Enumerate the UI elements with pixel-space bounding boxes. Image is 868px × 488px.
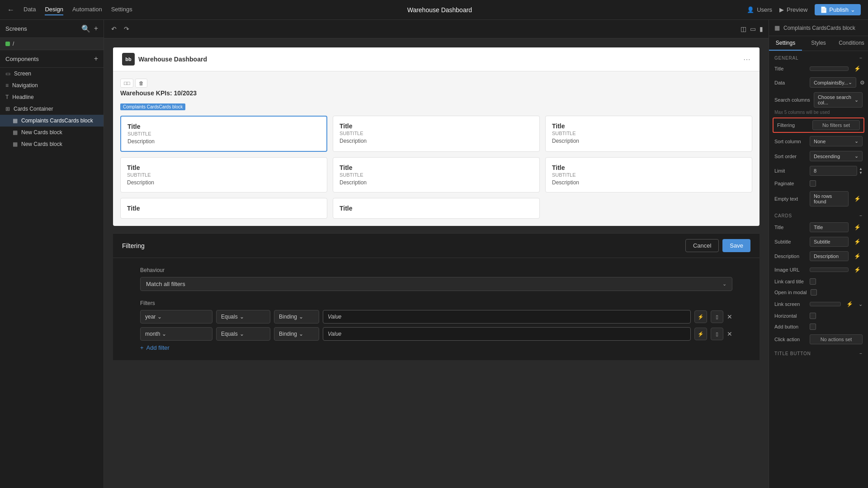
add-button-checkbox[interactable] bbox=[810, 324, 816, 330]
card-item-2[interactable]: Title SUBTITLE Description bbox=[333, 116, 540, 152]
undo-button[interactable]: ↶ bbox=[109, 23, 118, 34]
card-subtitle-lightning-btn[interactable]: ⚡ bbox=[852, 238, 863, 246]
components-header: Components + bbox=[0, 50, 104, 68]
filter-binding-1[interactable]: Binding ⌄ bbox=[274, 310, 319, 324]
card-desc-6: Description bbox=[552, 179, 745, 186]
duplicate-block-btn[interactable]: □□ bbox=[120, 79, 133, 88]
open-in-modal-checkbox[interactable] bbox=[811, 289, 817, 296]
limit-up-arrow[interactable]: ▲ bbox=[859, 167, 863, 171]
filtering-value-btn[interactable]: No filters set bbox=[812, 120, 860, 130]
filter-value-1[interactable]: Value bbox=[323, 310, 691, 324]
card-item-4[interactable]: Title SUBTITLE Description bbox=[120, 157, 327, 192]
canvas-toolbar: ↶ ↷ ◫ ▭ ▮ bbox=[104, 20, 769, 38]
card-description-input[interactable]: Description bbox=[810, 251, 849, 261]
delete-block-btn[interactable]: 🗑 bbox=[135, 79, 147, 88]
dashboard-grid-icon[interactable]: ⋯ bbox=[743, 55, 750, 64]
component-new-cards-1[interactable]: ▦ New Cards block bbox=[0, 127, 104, 138]
add-screen-icon[interactable]: + bbox=[94, 24, 98, 33]
card-item-6[interactable]: Title SUBTITLE Description bbox=[545, 157, 752, 192]
tab-styles[interactable]: Styles bbox=[802, 36, 835, 51]
component-cards-container[interactable]: ⊞ Cards Container bbox=[0, 103, 104, 115]
users-button[interactable]: 👤 Users bbox=[747, 6, 772, 13]
left-sidebar: Screens 🔍 + / Components + ▭ Screen ≡ Na… bbox=[0, 20, 104, 488]
component-headline[interactable]: T Headline bbox=[0, 91, 104, 103]
behaviour-chevron: ⌄ bbox=[722, 281, 726, 287]
filter-remove-1[interactable]: ✕ bbox=[727, 313, 732, 320]
nav-automation[interactable]: Automation bbox=[72, 4, 102, 15]
card-item-3[interactable]: Title SUBTITLE Description bbox=[545, 116, 752, 152]
link-screen-lightning-btn[interactable]: ⚡ bbox=[844, 300, 855, 308]
card-item-1[interactable]: Title SUBTITLE Description bbox=[120, 116, 327, 152]
add-component-icon[interactable]: + bbox=[94, 55, 98, 63]
filter-binding-2[interactable]: Binding ⌄ bbox=[274, 327, 319, 341]
image-url-lightning-btn[interactable]: ⚡ bbox=[852, 266, 863, 274]
right-tabs: Settings Styles Conditions bbox=[769, 36, 868, 51]
nav-settings[interactable]: Settings bbox=[111, 4, 132, 15]
general-collapse-icon[interactable]: − bbox=[859, 56, 863, 61]
filter-operator-1[interactable]: Equals ⌄ bbox=[216, 310, 270, 324]
filter-lightning-2[interactable]: ⚡ bbox=[694, 328, 707, 340]
nav-data[interactable]: Data bbox=[24, 4, 36, 15]
image-url-input[interactable] bbox=[810, 267, 849, 272]
card-title-lightning-btn[interactable]: ⚡ bbox=[852, 223, 863, 231]
empty-text-input[interactable]: No rows found bbox=[810, 191, 849, 206]
component-screen[interactable]: ▭ Screen bbox=[0, 68, 104, 80]
search-columns-select[interactable]: Choose search col... ⌄ bbox=[814, 92, 863, 108]
publish-button[interactable]: 📄 Publish ⌄ bbox=[815, 4, 861, 15]
filter-field-2[interactable]: month ⌄ bbox=[140, 327, 212, 341]
component-navigation[interactable]: ≡ Navigation bbox=[0, 80, 104, 91]
card-title-5: Title bbox=[340, 164, 533, 171]
back-button[interactable]: ← bbox=[7, 6, 14, 14]
card-subtitle-input[interactable]: Subtitle bbox=[810, 237, 849, 247]
card-description-lightning-btn[interactable]: ⚡ bbox=[852, 252, 863, 260]
link-screen-input[interactable] bbox=[810, 302, 841, 306]
cards-collapse-icon[interactable]: − bbox=[859, 213, 863, 218]
filter-copy-2[interactable]: ▯ bbox=[711, 328, 723, 340]
title-input[interactable] bbox=[810, 66, 849, 71]
filter-copy-1[interactable]: ▯ bbox=[711, 310, 723, 323]
nav-design[interactable]: Design bbox=[45, 4, 63, 15]
paginate-checkbox[interactable] bbox=[810, 180, 816, 187]
component-new-cards-2[interactable]: ▦ New Cards block bbox=[0, 138, 104, 150]
card-title-input[interactable]: Title bbox=[810, 222, 849, 232]
title-button-collapse-icon[interactable]: − bbox=[859, 351, 863, 356]
card-item-8[interactable]: Title bbox=[333, 198, 540, 219]
redo-button[interactable]: ↷ bbox=[122, 23, 131, 34]
card-item-5[interactable]: Title SUBTITLE Description bbox=[333, 157, 540, 192]
mobile-view-icon[interactable]: ▮ bbox=[760, 25, 763, 33]
click-action-btn[interactable]: No actions set bbox=[810, 334, 863, 344]
data-select[interactable]: ComplaintsBy... ⌄ bbox=[810, 77, 856, 88]
component-complaints-cards[interactable]: ▦ Complaints CardsCards block bbox=[0, 115, 104, 127]
filter-field-1[interactable]: year ⌄ bbox=[140, 310, 212, 324]
empty-text-lightning-btn[interactable]: ⚡ bbox=[852, 195, 863, 203]
filter-lightning-1[interactable]: ⚡ bbox=[694, 310, 707, 323]
sort-column-select[interactable]: None ⌄ bbox=[810, 136, 863, 146]
behaviour-dropdown[interactable]: Match all filters ⌄ bbox=[140, 277, 732, 291]
search-icon[interactable]: 🔍 bbox=[81, 24, 90, 33]
cancel-button[interactable]: Cancel bbox=[685, 239, 719, 252]
link-screen-chevron[interactable]: ⌄ bbox=[859, 301, 863, 307]
link-card-title-checkbox[interactable] bbox=[810, 278, 816, 285]
horizontal-checkbox[interactable] bbox=[810, 313, 816, 319]
limit-down-arrow[interactable]: ▼ bbox=[859, 171, 863, 175]
sort-order-value: Descending bbox=[814, 154, 840, 159]
filter-value-2[interactable]: Value bbox=[323, 327, 691, 341]
card-item-7[interactable]: Title bbox=[120, 198, 327, 219]
filter-remove-2[interactable]: ✕ bbox=[727, 330, 732, 338]
preview-button[interactable]: ▶ Preview bbox=[779, 6, 807, 13]
limit-input[interactable]: 8 bbox=[810, 166, 857, 176]
tab-settings[interactable]: Settings bbox=[769, 36, 802, 51]
desktop-view-icon[interactable]: ◫ bbox=[741, 25, 746, 33]
tablet-view-icon[interactable]: ▭ bbox=[750, 25, 756, 33]
new-cards-1-label: New Cards block bbox=[21, 129, 62, 136]
screen-item[interactable]: / bbox=[0, 38, 104, 50]
title-lightning-btn[interactable]: ⚡ bbox=[852, 65, 863, 73]
field-row-open-in-modal: Open in modal bbox=[769, 287, 868, 298]
filter-operator-2[interactable]: Equals ⌄ bbox=[216, 327, 270, 341]
add-filter-button[interactable]: + Add filter bbox=[140, 344, 170, 351]
view-toggle: ◫ ▭ ▮ bbox=[741, 25, 763, 33]
save-button[interactable]: Save bbox=[722, 239, 750, 252]
data-gear-icon[interactable]: ⚙ bbox=[860, 80, 865, 86]
tab-conditions[interactable]: Conditions bbox=[835, 36, 868, 51]
sort-order-select[interactable]: Descending ⌄ bbox=[810, 151, 863, 161]
